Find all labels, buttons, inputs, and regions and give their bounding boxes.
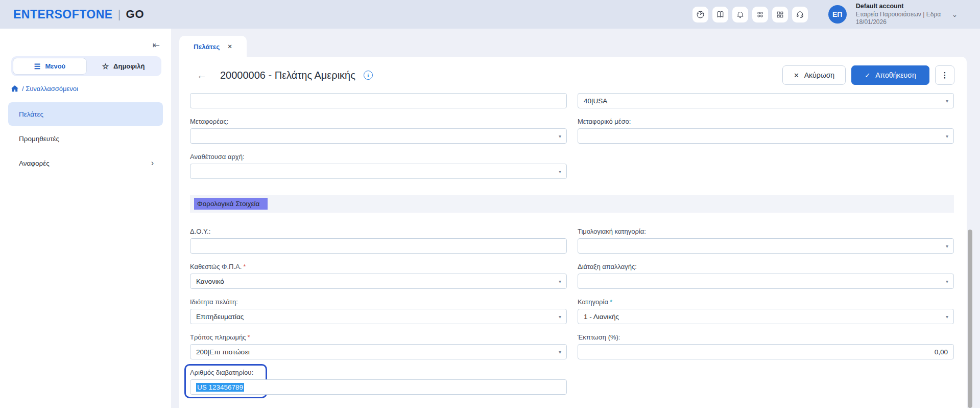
content-card: ← 20000006 - Πελάτης Αμερικής i ✕ Ακύρωσ… <box>179 57 967 408</box>
customer-form: 40|USA Μεταφορέας: Μεταφορικό μέσο: Αναθ… <box>179 85 967 404</box>
exemption-select[interactable] <box>578 274 954 289</box>
tax-section-title: Φορολογικά Στοιχεία <box>194 198 268 210</box>
logo-entersoftone: ENTERSOFTONE <box>13 8 113 21</box>
headset-icon <box>796 10 804 19</box>
record-toolbar: ← 20000006 - Πελάτης Αμερικής i ✕ Ακύρωσ… <box>179 57 967 85</box>
payment-method-label: Τρόπος πληρωμής* <box>190 333 567 342</box>
notifications-button[interactable] <box>732 7 748 22</box>
required-asterisk: * <box>243 263 246 270</box>
tab-customers[interactable]: Πελάτες ✕ <box>179 36 247 57</box>
contracting-authority-select[interactable] <box>190 164 567 179</box>
hamburger-icon: ☰ <box>34 62 41 71</box>
sidebar-tab-switcher: ☰ Μενού ☆ Δημοφιλή <box>11 56 161 76</box>
close-icon[interactable]: ✕ <box>227 43 232 50</box>
kebab-icon: ⋮ <box>941 71 949 80</box>
check-icon: ✓ <box>865 72 870 79</box>
required-asterisk: * <box>248 333 250 341</box>
tab-favorites-label: Δημοφιλή <box>113 62 145 70</box>
tab-menu[interactable]: ☰ Μενού <box>13 58 87 75</box>
customer-role-select[interactable]: Επιτηδευματίας <box>190 309 567 324</box>
apps-button[interactable] <box>752 7 768 22</box>
info-icon[interactable]: i <box>364 71 373 80</box>
doy-input[interactable] <box>190 238 567 254</box>
avatar[interactable]: ΕΠ <box>828 5 847 24</box>
cancel-button-label: Ακύρωση <box>804 71 834 79</box>
payment-method-select[interactable]: 200|Επι πιστώσει <box>190 344 567 359</box>
country-select[interactable]: 40|USA <box>578 93 954 108</box>
close-icon: ✕ <box>794 72 799 79</box>
tab-label: Πελάτες <box>194 43 220 51</box>
discount-input[interactable]: 0,00 <box>578 344 954 359</box>
doy-label: Δ.Ο.Υ.: <box>190 228 567 236</box>
star-icon: ☆ <box>102 62 109 71</box>
tab-favorites[interactable]: ☆ Δημοφιλή <box>87 58 160 75</box>
account-info: Default account Εταιρεία Παρουσιάσεων | … <box>856 3 941 26</box>
breadcrumb-label: / Συναλλασσόμενοι <box>22 85 78 93</box>
selected-text: US 123456789 <box>196 383 244 392</box>
account-company: Εταιρεία Παρουσιάσεων | Εδρα <box>856 11 941 18</box>
exemption-label: Διάταξη απαλλαγής: <box>578 263 954 271</box>
logo-go: GO <box>126 8 144 21</box>
gauge-button[interactable] <box>692 7 708 22</box>
sidebar-collapse-icon[interactable]: ⇤ <box>153 40 160 51</box>
main-area: Πελάτες ✕ ← 20000006 - Πελάτης Αμερικής … <box>171 29 980 408</box>
sidebar-item-customers[interactable]: Πελάτες <box>8 102 163 126</box>
app-logo: ENTERSOFTONE | GO <box>13 8 145 21</box>
book-button[interactable] <box>712 7 728 22</box>
sidebar-menu: Πελάτες Προμηθευτές Αναφορές › <box>0 101 171 176</box>
chevron-right-icon: › <box>151 158 154 168</box>
sidebar-item-label: Αναφορές <box>19 160 50 167</box>
account-chevron-down-icon[interactable]: ⌄ <box>952 11 958 18</box>
dashboard-button[interactable] <box>772 7 788 22</box>
category-select[interactable]: 1 - Λιανικής <box>578 309 954 324</box>
carrier-label: Μεταφορέας: <box>190 118 567 126</box>
pricing-category-label: Τιμολογιακή κατηγορία: <box>578 228 954 236</box>
discount-label: Έκπτωση (%): <box>578 333 954 342</box>
top-header: ENTERSOFTONE | GO ΕΠ <box>0 0 980 29</box>
cancel-button[interactable]: ✕ Ακύρωση <box>782 65 846 85</box>
category-label: Κατηγορία* <box>578 298 954 306</box>
save-button[interactable]: ✓ Αποθήκευση <box>851 65 929 85</box>
account-name: Default account <box>856 3 941 11</box>
vat-status-select[interactable]: Κανονικό <box>190 274 567 289</box>
sidebar: ⇤ ☰ Μενού ☆ Δημοφιλή / Συναλλασσόμενοι Π… <box>0 29 171 408</box>
back-arrow-icon[interactable]: ← <box>197 70 207 81</box>
sidebar-item-reports[interactable]: Αναφορές › <box>8 151 163 175</box>
apps-icon <box>756 10 764 19</box>
tab-menu-label: Μενού <box>45 62 65 70</box>
more-options-button[interactable]: ⋮ <box>935 65 954 85</box>
breadcrumb[interactable]: / Συναλλασσόμενοι <box>11 85 78 93</box>
account-date: 18/01/2026 <box>856 18 941 26</box>
vertical-scrollbar[interactable] <box>968 230 972 408</box>
page-title: 20000006 - Πελάτης Αμερικής <box>220 70 355 81</box>
transport-means-label: Μεταφορικό μέσο: <box>578 118 954 126</box>
sidebar-item-label: Πελάτες <box>19 110 43 118</box>
contracting-authority-label: Αναθέτουσα αρχή: <box>190 153 567 161</box>
passport-input[interactable]: US 123456789 <box>190 379 567 395</box>
passport-label: Αριθμός διαβατηρίου: <box>190 369 567 377</box>
vat-status-label: Καθεστώς Φ.Π.Α.* <box>190 263 567 271</box>
save-button-label: Αποθήκευση <box>875 71 916 79</box>
dashboard-icon <box>776 10 784 19</box>
logo-divider: | <box>118 8 121 21</box>
tax-section-header: Φορολογικά Στοιχεία <box>190 195 954 213</box>
app-root: ENTERSOFTONE | GO ΕΠ <box>0 0 980 408</box>
customer-role-label: Ιδιότητα πελάτη: <box>190 298 567 306</box>
pricing-category-select[interactable] <box>578 238 954 254</box>
transport-means-select[interactable] <box>578 128 954 144</box>
carrier-select[interactable] <box>190 128 567 144</box>
home-icon <box>11 85 18 92</box>
gauge-icon <box>696 10 705 19</box>
bell-icon <box>736 10 745 19</box>
sidebar-item-suppliers[interactable]: Προμηθευτές <box>8 127 163 150</box>
support-button[interactable] <box>792 7 808 22</box>
sidebar-item-label: Προμηθευτές <box>19 135 59 143</box>
required-asterisk: * <box>610 298 612 306</box>
book-icon <box>716 10 725 19</box>
unlabeled-input[interactable] <box>190 93 567 108</box>
